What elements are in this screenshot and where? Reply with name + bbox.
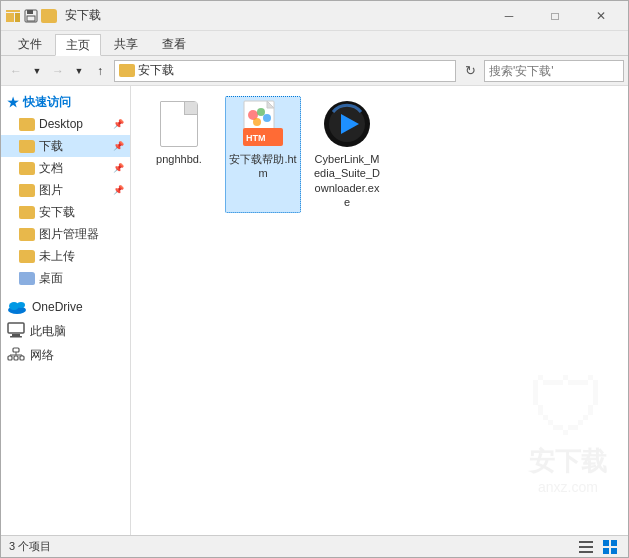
- folder-icon: [19, 184, 35, 197]
- file-icon-container: HTM: [239, 100, 287, 148]
- sidebar-item-desktop[interactable]: Desktop 📌: [1, 113, 130, 135]
- svg-rect-1: [6, 13, 14, 22]
- svg-rect-10: [12, 334, 20, 336]
- svg-rect-31: [579, 541, 593, 543]
- svg-rect-11: [10, 336, 22, 338]
- tab-share[interactable]: 共享: [103, 33, 149, 55]
- sidebar-label-downloads: 下载: [39, 138, 63, 155]
- sidebar-label-desktop2: 桌面: [39, 270, 63, 287]
- sidebar-item-pictures[interactable]: 图片 📌: [1, 179, 130, 201]
- svg-text:HTM: HTM: [246, 133, 266, 143]
- star-icon: ★: [7, 95, 19, 110]
- grid-view-button[interactable]: [600, 539, 620, 555]
- status-bar: 3 个项目: [1, 535, 628, 557]
- sidebar-item-desktop2[interactable]: 桌面: [1, 267, 130, 289]
- sidebar-item-downloads[interactable]: 下载 📌: [1, 135, 130, 157]
- sidebar-label-photo-manager: 图片管理器: [39, 226, 99, 243]
- sidebar-label-anxz: 安下载: [39, 204, 75, 221]
- quick-access-header[interactable]: ★ 快速访问: [1, 92, 130, 113]
- item-count: 3 个项目: [9, 539, 51, 554]
- window-controls: ─ □ ✕: [486, 1, 624, 31]
- svg-rect-2: [15, 13, 20, 22]
- sidebar-label-desktop: Desktop: [39, 117, 83, 131]
- up-button[interactable]: ↑: [89, 60, 111, 82]
- svg-rect-5: [27, 16, 35, 21]
- sidebar-item-photo-manager[interactable]: 图片管理器: [1, 223, 130, 245]
- back-dropdown[interactable]: ▼: [30, 60, 44, 82]
- svg-rect-9: [8, 323, 24, 333]
- file-label: pnghhbd.: [156, 152, 202, 166]
- svg-rect-13: [8, 356, 12, 360]
- generic-file-icon: [160, 101, 198, 147]
- sidebar-item-onedrive[interactable]: OneDrive: [1, 295, 130, 319]
- file-item-selected[interactable]: HTM 安下载帮助.htm: [225, 96, 301, 213]
- svg-rect-15: [20, 356, 24, 360]
- svg-rect-0: [6, 10, 20, 12]
- search-box[interactable]: 🔍: [484, 60, 624, 82]
- file-icon-container: [323, 100, 371, 148]
- window-menu-icon[interactable]: [5, 8, 21, 24]
- svg-point-27: [253, 118, 261, 126]
- svg-point-8: [17, 302, 25, 308]
- watermark: 🛡 安下载 anxz.com: [528, 362, 608, 495]
- svg-point-26: [263, 114, 271, 122]
- sidebar-label-this-pc: 此电脑: [30, 323, 66, 340]
- sidebar-label-network: 网络: [30, 347, 54, 364]
- sidebar-label-pictures: 图片: [39, 182, 63, 199]
- minimize-button[interactable]: ─: [486, 1, 532, 31]
- file-item[interactable]: pnghhbd.: [141, 96, 217, 213]
- watermark-shield-icon: 🛡: [528, 362, 608, 454]
- pin-icon: 📌: [113, 119, 124, 129]
- forward-button[interactable]: →: [47, 60, 69, 82]
- tab-file[interactable]: 文件: [7, 33, 53, 55]
- watermark-url: anxz.com: [538, 479, 598, 495]
- svg-rect-34: [603, 540, 609, 546]
- address-text: 安下载: [138, 62, 174, 79]
- refresh-button[interactable]: ↻: [459, 60, 481, 82]
- sidebar-item-this-pc[interactable]: 此电脑: [1, 319, 130, 343]
- list-view-button[interactable]: [576, 539, 596, 555]
- view-controls: [576, 539, 620, 555]
- sidebar-label-not-uploaded: 未上传: [39, 248, 75, 265]
- back-button[interactable]: ←: [5, 60, 27, 82]
- file-label: 安下载帮助.htm: [229, 152, 297, 181]
- address-folder-icon: [119, 64, 135, 77]
- sidebar-item-anxz[interactable]: 安下载: [1, 201, 130, 223]
- search-input[interactable]: [489, 64, 629, 78]
- folder-icon: [41, 9, 57, 23]
- pin-icon: 📌: [113, 141, 124, 151]
- htm-file-icon: HTM: [243, 100, 283, 148]
- svg-point-25: [257, 108, 265, 116]
- close-button[interactable]: ✕: [578, 1, 624, 31]
- folder-icon-blue: [19, 272, 35, 285]
- tab-home[interactable]: 主页: [55, 34, 101, 56]
- sidebar-label-onedrive: OneDrive: [32, 300, 83, 314]
- file-icon-container: [155, 100, 203, 148]
- svg-rect-4: [27, 10, 33, 14]
- folder-icon: [19, 206, 35, 219]
- cyberlink-icon: [323, 100, 371, 148]
- quick-access-label: 快速访问: [23, 94, 71, 111]
- sidebar-item-network[interactable]: 网络: [1, 343, 130, 367]
- sidebar: ★ 快速访问 Desktop 📌 下载 📌 文档 📌 图片 📌: [1, 86, 131, 535]
- forward-dropdown[interactable]: ▼: [72, 60, 86, 82]
- svg-rect-14: [14, 356, 18, 360]
- address-box[interactable]: 安下载: [114, 60, 456, 82]
- onedrive-icon: [7, 300, 27, 314]
- file-item[interactable]: CyberLink_Media_Suite_Downloader.exe: [309, 96, 385, 213]
- folder-icon: [19, 228, 35, 241]
- file-label: CyberLink_Media_Suite_Downloader.exe: [313, 152, 381, 209]
- network-icon: [7, 347, 25, 364]
- address-bar-area: ← ▼ → ▼ ↑ 安下载 ↻ 🔍: [1, 56, 628, 86]
- folder-icon: [19, 140, 35, 153]
- svg-rect-32: [579, 546, 593, 548]
- file-view: 🛡 安下载 anxz.com pnghhbd.: [131, 86, 628, 535]
- sidebar-item-not-uploaded[interactable]: 未上传: [1, 245, 130, 267]
- sidebar-item-documents[interactable]: 文档 📌: [1, 157, 130, 179]
- save-icon[interactable]: [23, 8, 39, 24]
- ribbon: 文件 主页 共享 查看: [1, 31, 628, 56]
- tab-view[interactable]: 查看: [151, 33, 197, 55]
- window-title: 安下载: [65, 7, 486, 24]
- maximize-button[interactable]: □: [532, 1, 578, 31]
- ribbon-tab-list: 文件 主页 共享 查看: [1, 31, 628, 55]
